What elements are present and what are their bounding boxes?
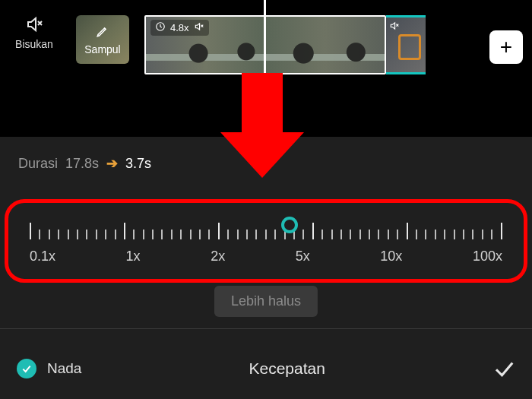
tick-label: 100x <box>473 249 502 264</box>
plus-icon: + <box>500 35 512 59</box>
speed-slider[interactable] <box>30 214 502 239</box>
mute-label: Bisukan <box>15 38 53 50</box>
speed-tick-labels: 0.1x 1x 2x 5x 10x 100x <box>30 249 502 264</box>
smooth-button-label: Lebih halus <box>231 293 301 309</box>
panel-title: Kecepatan <box>249 359 325 378</box>
mute-button[interactable]: Bisukan <box>8 15 61 50</box>
bottom-bar: Nada Kecepatan <box>0 338 532 399</box>
timeline-playhead <box>264 0 266 82</box>
tick-label: 1x <box>126 249 141 264</box>
timeline-toolbar: Bisukan Sampul 4.8x <box>0 0 532 82</box>
timeline-track[interactable]: 4.8x <box>144 15 524 74</box>
video-clip-next[interactable] <box>386 15 426 74</box>
duration-old: 17.8s <box>65 156 99 172</box>
confirm-button[interactable] <box>492 357 515 380</box>
clip-mute-icon <box>194 21 204 34</box>
svg-rect-7 <box>242 73 283 135</box>
pitch-toggle[interactable]: Nada <box>17 359 81 378</box>
tick-label: 10x <box>380 249 402 264</box>
duration-new: 3.7s <box>125 156 151 172</box>
clip-mute-icon <box>389 21 400 34</box>
check-icon <box>17 359 36 378</box>
pitch-label: Nada <box>47 360 81 377</box>
clip-info-badge: 4.8x <box>150 20 209 36</box>
smooth-button[interactable]: Lebih halus <box>214 286 318 317</box>
add-clip-button[interactable]: + <box>489 30 523 64</box>
cover-button[interactable]: Sampul <box>76 15 129 64</box>
speed-slider-highlight: 0.1x 1x 2x 5x 10x 100x <box>5 199 527 283</box>
speed-slider-handle[interactable] <box>281 217 298 233</box>
mute-icon <box>25 15 43 33</box>
divider <box>0 328 532 329</box>
pencil-icon <box>96 24 109 41</box>
clip-speed-value: 4.8x <box>170 22 189 33</box>
arrow-right-icon: ➔ <box>106 155 118 172</box>
tick-label: 2x <box>211 249 225 264</box>
tick-label: 0.1x <box>30 249 55 264</box>
speed-icon <box>155 21 166 34</box>
duration-label: Durasi <box>18 156 58 172</box>
cover-label: Sampul <box>84 43 120 55</box>
svg-marker-8 <box>220 132 304 178</box>
tick-label: 5x <box>296 249 310 264</box>
annotation-arrow <box>213 73 312 179</box>
